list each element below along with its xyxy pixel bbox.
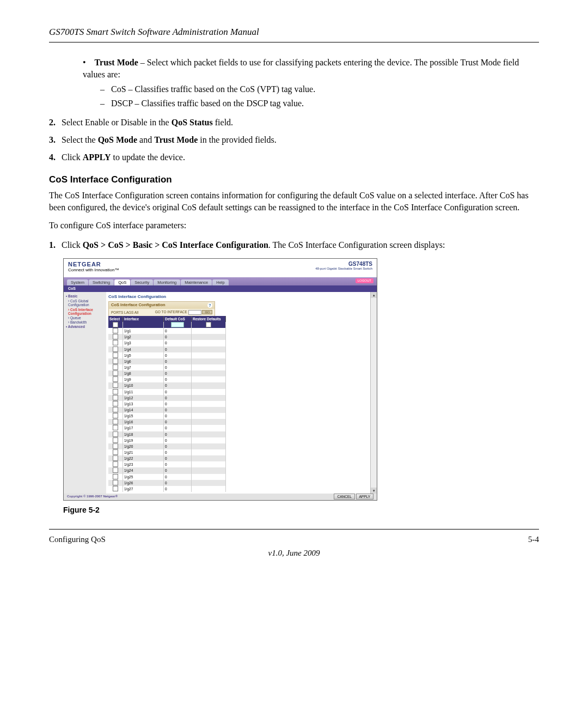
row-checkbox[interactable] — [113, 389, 118, 394]
sidebar-group-advanced[interactable]: • Advanced — [66, 325, 104, 328]
restore-all-checkbox[interactable] — [206, 322, 211, 327]
table-row: 1/g210 — [108, 449, 226, 455]
col-interface: Interface — [123, 316, 164, 322]
row-checkbox[interactable] — [113, 334, 118, 339]
ports-lags-all[interactable]: PORTS LAGS All — [111, 311, 138, 314]
row-checkbox[interactable] — [113, 328, 118, 333]
row-default-cos: 0 — [164, 413, 192, 419]
row-checkbox[interactable] — [113, 413, 118, 418]
row-restore — [192, 461, 226, 467]
row-interface: 1/g10 — [123, 382, 164, 388]
table-row: 1/g250 — [108, 474, 226, 480]
row-restore — [192, 364, 226, 370]
go-to-interface-input[interactable] — [188, 310, 201, 315]
panel-title: CoS Interface Configuration — [108, 295, 375, 300]
logout-button[interactable]: LOGOUT — [356, 278, 373, 283]
row-checkbox[interactable] — [113, 352, 118, 358]
table-row: 1/g40 — [108, 346, 226, 352]
cancel-button[interactable]: CANCEL — [334, 494, 354, 500]
row-checkbox[interactable] — [113, 346, 118, 352]
sidebar-item-queue[interactable]: › Queue — [68, 316, 104, 320]
help-icon[interactable]: ? — [207, 303, 212, 308]
row-restore — [192, 486, 226, 492]
row-checkbox[interactable] — [113, 419, 118, 424]
row-interface: 1/g12 — [123, 395, 164, 401]
page-footer: Configuring QoS 5-4 — [49, 534, 539, 545]
row-restore — [192, 419, 226, 425]
scroll-up-icon[interactable]: ▴ — [371, 292, 377, 298]
tab-qos[interactable]: QoS — [114, 279, 130, 285]
tab-system[interactable]: System — [67, 279, 88, 285]
step-num: 1. — [49, 239, 62, 251]
tab-security[interactable]: Security — [131, 279, 153, 285]
row-restore — [192, 431, 226, 437]
row-checkbox[interactable] — [113, 449, 118, 455]
step2-post: field. — [213, 118, 233, 127]
row-interface: 1/g5 — [123, 352, 164, 358]
row-checkbox[interactable] — [113, 474, 118, 479]
table-row: 1/g240 — [108, 467, 226, 473]
sidebar-item-cos-interface[interactable]: › CoS Interface Configuration — [68, 308, 104, 315]
row-checkbox[interactable] — [113, 467, 118, 473]
row-restore — [192, 328, 226, 334]
sub-bullets: – CoS – Classifies traffic based on the … — [100, 83, 539, 109]
sidebar-item-bandwidth[interactable]: › Bandwidth — [68, 320, 104, 324]
row-checkbox[interactable] — [113, 358, 118, 364]
sidebar-group-basic[interactable]: • Basic — [66, 294, 104, 298]
row-checkbox[interactable] — [113, 431, 118, 437]
row-checkbox[interactable] — [113, 443, 118, 449]
row-default-cos: 0 — [164, 370, 192, 376]
trust-mode-text: – Select which packet fields to use for … — [83, 58, 519, 79]
apply-button[interactable]: APPLY — [356, 494, 373, 500]
row-checkbox[interactable] — [113, 395, 118, 400]
select-all-checkbox[interactable] — [113, 322, 118, 327]
scrollbar[interactable]: ▴ ▾ — [370, 292, 377, 494]
row-interface: 1/g27 — [123, 486, 164, 492]
row-checkbox[interactable] — [113, 376, 118, 382]
copyright: Copyright © 1996-2007 Netgear® — [67, 495, 118, 498]
header-rule — [49, 42, 539, 42]
tab-monitoring[interactable]: Monitoring — [154, 279, 180, 285]
row-checkbox[interactable] — [113, 401, 118, 406]
row-restore — [192, 467, 226, 473]
sub-dscp: DSCP – Classifies traffic based on the D… — [111, 99, 304, 108]
row-default-cos: 0 — [164, 449, 192, 455]
col-select: Select — [108, 316, 123, 322]
row-default-cos: 0 — [164, 352, 192, 358]
row-default-cos: 0 — [164, 486, 192, 492]
row-restore — [192, 352, 226, 358]
row-default-cos: 0 — [164, 364, 192, 370]
row-checkbox[interactable] — [113, 455, 118, 461]
tab-help[interactable]: Help — [212, 279, 228, 285]
row-restore — [192, 437, 226, 443]
row-checkbox[interactable] — [113, 364, 118, 370]
row-restore — [192, 443, 226, 449]
sidebar-item-cos-global[interactable]: › CoS Global Configuration — [68, 299, 104, 307]
table-row: 1/g140 — [108, 407, 226, 413]
row-interface: 1/g7 — [123, 364, 164, 370]
table-row: 1/g110 — [108, 389, 226, 395]
row-checkbox[interactable] — [113, 461, 118, 467]
row-checkbox[interactable] — [113, 486, 118, 491]
tab-switching[interactable]: Switching — [89, 279, 114, 285]
row-checkbox[interactable] — [113, 480, 118, 485]
row-restore — [192, 407, 226, 413]
row-checkbox[interactable] — [113, 340, 118, 345]
dash-marker: – — [100, 99, 111, 108]
row-interface: 1/g25 — [123, 474, 164, 480]
row-checkbox[interactable] — [113, 425, 118, 430]
row-interface: 1/g14 — [123, 407, 164, 413]
go-button[interactable]: GO — [202, 310, 212, 314]
row-checkbox[interactable] — [113, 370, 118, 376]
table-row: 1/g150 — [108, 413, 226, 419]
row-checkbox[interactable] — [113, 407, 118, 412]
table-row: 1/g160 — [108, 419, 226, 425]
default-cos-dropdown[interactable] — [171, 322, 184, 327]
model-label: GS748TS — [315, 261, 372, 267]
tab-maintenance[interactable]: Maintenance — [181, 279, 212, 285]
row-interface: 1/g9 — [123, 376, 164, 382]
row-checkbox[interactable] — [113, 382, 118, 388]
scroll-down-icon[interactable]: ▾ — [371, 488, 377, 494]
table-row: 1/g180 — [108, 431, 226, 437]
row-checkbox[interactable] — [113, 437, 118, 443]
